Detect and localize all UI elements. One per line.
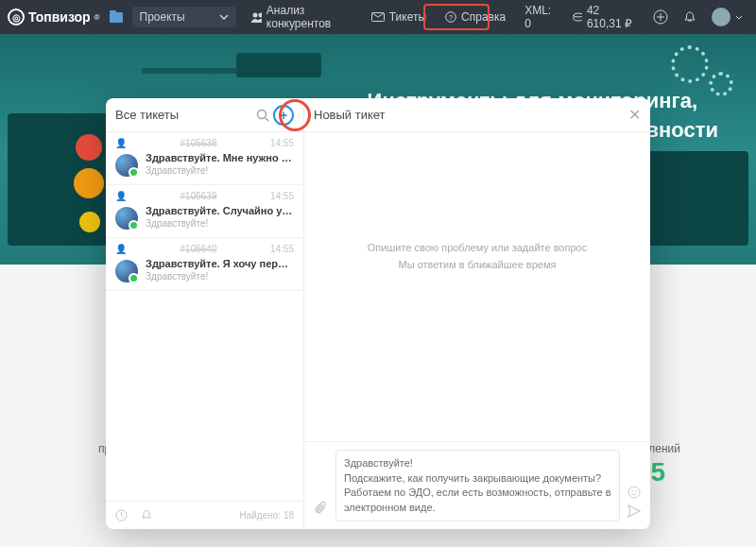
help-label: Справка bbox=[461, 10, 506, 24]
folder-icon bbox=[110, 12, 123, 23]
projects-label: Проекты bbox=[140, 10, 185, 24]
logo-icon: ◎ bbox=[8, 9, 25, 26]
tickets-list-title: Все тикеты bbox=[115, 108, 252, 122]
brand-logo[interactable]: ◎ Топвизор® bbox=[8, 9, 100, 26]
competitors-label: Анализ конкурентов bbox=[266, 4, 352, 30]
add-button[interactable] bbox=[647, 6, 674, 28]
balance[interactable]: 42 610,31 ₽ bbox=[565, 0, 644, 34]
attach-button[interactable] bbox=[314, 501, 328, 521]
paperclip-icon bbox=[314, 501, 328, 516]
brand-text: Топвизор bbox=[28, 9, 91, 25]
close-button[interactable]: ✕ bbox=[628, 106, 641, 124]
envelope-icon bbox=[371, 12, 385, 22]
stat-right: 5 bbox=[650, 457, 665, 487]
avatar-icon bbox=[115, 260, 138, 282]
folder-button[interactable] bbox=[104, 9, 129, 26]
svg-point-1 bbox=[258, 13, 262, 18]
tickets-list-footer: Найдено: 18 bbox=[106, 501, 303, 529]
top-nav: ◎ Топвизор® Проекты Анализ конкурентов Т… bbox=[0, 0, 756, 34]
ticket-item[interactable]: 👤#10564014:55 Здравствуйте. Я хочу перед… bbox=[106, 238, 303, 291]
projects-dropdown[interactable]: Проекты bbox=[132, 7, 236, 27]
tickets-list-header: Все тикеты + bbox=[106, 98, 303, 132]
bell-icon bbox=[683, 10, 696, 24]
search-icon bbox=[256, 109, 269, 122]
coins-icon bbox=[573, 11, 582, 23]
avatar-icon bbox=[115, 154, 138, 177]
person-icon: 👤 bbox=[115, 138, 127, 148]
send-button[interactable] bbox=[627, 504, 641, 518]
ticket-item[interactable]: 👤#10563814:55 Здравствуйте. Мне нужно им… bbox=[106, 132, 303, 185]
bell-icon bbox=[141, 509, 152, 521]
plus-circle-icon bbox=[653, 9, 668, 25]
avatar-icon bbox=[115, 207, 138, 230]
svg-point-9 bbox=[628, 487, 640, 498]
person-icon: 👤 bbox=[115, 244, 127, 254]
tickets-link[interactable]: Тикеты bbox=[364, 7, 434, 27]
new-ticket-button[interactable]: + bbox=[273, 105, 294, 126]
svg-text:?: ? bbox=[449, 13, 454, 22]
person-icon: 👤 bbox=[115, 191, 127, 201]
svg-point-0 bbox=[252, 13, 257, 18]
chevron-down-icon bbox=[219, 14, 229, 20]
results-count: Найдено: 18 bbox=[239, 510, 294, 521]
clock-icon bbox=[115, 509, 128, 521]
emoji-button[interactable] bbox=[627, 486, 641, 499]
balance-text: 42 610,31 ₽ bbox=[587, 4, 636, 30]
bell-button[interactable] bbox=[141, 509, 152, 521]
competitors-link[interactable]: Анализ конкурентов bbox=[244, 0, 360, 34]
avatar-icon bbox=[712, 8, 730, 26]
tickets-modal: Все тикеты + 👤#10563814:55 Здравствуйте.… bbox=[106, 98, 650, 529]
chevron-down-icon bbox=[735, 15, 743, 20]
tickets-sidebar: Все тикеты + 👤#10563814:55 Здравствуйте.… bbox=[106, 98, 304, 529]
ticket-detail-panel: Новый тикет ✕ Опишите свою проблему или … bbox=[304, 98, 650, 529]
compose-bar: Здравствуйте! Подскажите, как получить з… bbox=[304, 441, 650, 529]
svg-point-7 bbox=[258, 110, 266, 118]
ticket-detail-title: Новый тикет bbox=[314, 108, 628, 122]
profile-menu[interactable] bbox=[706, 4, 748, 30]
search-tickets-button[interactable] bbox=[252, 105, 273, 126]
message-input[interactable]: Здравствуйте! Подскажите, как получить з… bbox=[335, 450, 620, 521]
send-icon bbox=[627, 504, 641, 518]
notifications-button[interactable] bbox=[678, 7, 702, 27]
svg-point-5 bbox=[574, 13, 582, 17]
tickets-list[interactable]: 👤#10563814:55 Здравствуйте. Мне нужно им… bbox=[106, 132, 303, 501]
users-icon bbox=[251, 11, 262, 23]
xml-counter[interactable]: XML: 0 bbox=[517, 0, 561, 34]
empty-state-message: Опишите свою проблему или задайте вопрос… bbox=[304, 240, 650, 273]
help-icon: ? bbox=[445, 11, 456, 23]
smile-icon bbox=[627, 486, 641, 499]
clock-button[interactable] bbox=[115, 509, 128, 521]
ticket-item[interactable]: 👤#10563914:55 Здравствуйте. Случайно уда… bbox=[106, 185, 303, 238]
help-link[interactable]: ? Справка bbox=[438, 7, 513, 27]
tickets-label: Тикеты bbox=[389, 10, 426, 24]
svg-point-11 bbox=[635, 490, 637, 492]
svg-point-10 bbox=[631, 490, 633, 492]
ticket-detail-header: Новый тикет ✕ bbox=[304, 98, 650, 132]
